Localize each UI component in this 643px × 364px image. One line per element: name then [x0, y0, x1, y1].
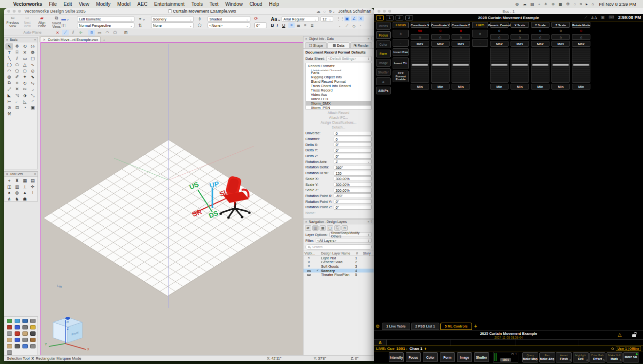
projection-icon[interactable]: ◫ — [61, 23, 66, 28]
home-button[interactable]: ⌂ — [472, 30, 488, 37]
tool-frame[interactable]: ▣ — [29, 105, 37, 111]
encoder-slider[interactable] — [431, 48, 450, 83]
nav-mode-icon-1[interactable]: ◫ — [312, 225, 319, 231]
tool-lighting-instrument[interactable]: ⌖ — [5, 178, 13, 184]
visibility-cell[interactable]: ✕ — [303, 264, 314, 268]
close-icon[interactable]: ✕ — [6, 172, 8, 176]
align-left-button[interactable]: ≡ — [288, 22, 295, 28]
encoder-min-button[interactable]: Min — [511, 84, 529, 90]
menu-cloud[interactable]: Cloud — [246, 1, 265, 7]
tool-ruler[interactable] — [7, 344, 12, 348]
monitor-button-1[interactable]: 1 — [386, 15, 394, 20]
search-icon[interactable]: ◌ — [323, 9, 326, 14]
encoder-max-button[interactable]: Max — [490, 41, 509, 47]
tool-zoom[interactable]: ◎ — [29, 43, 37, 50]
softkey-offset[interactable]: Color PathOffset5 — [589, 352, 605, 363]
palette-menu-icon[interactable]: ≡ ? — [368, 37, 372, 40]
encoder-home-button[interactable]: ⌂ — [531, 34, 549, 40]
oip-button-detach---[interactable]: Detach... — [303, 125, 374, 129]
record-item[interactable]: Video LED — [306, 97, 371, 101]
tool-join[interactable]: ⌐ — [13, 98, 21, 105]
mode-axis-icon[interactable]: ⌱ — [77, 30, 84, 36]
mode-poly-lasso-icon[interactable]: ⬠ — [112, 30, 118, 36]
menu-help[interactable]: Help — [265, 1, 283, 7]
category-form[interactable]: Form — [376, 50, 391, 57]
record-item[interactable]: Video Acc — [306, 92, 371, 97]
record-item[interactable]: Rigging Object Info — [306, 75, 371, 79]
tool-curtain[interactable]: ♞ — [13, 196, 21, 202]
field-input[interactable]: 300.00% — [334, 182, 372, 187]
tool-fence[interactable] — [15, 344, 20, 348]
tool-rounded-rectangle[interactable]: ▢ — [29, 55, 37, 62]
oip-button-assign-classifications---[interactable]: Assign Classifications... — [303, 120, 374, 125]
tool-stage[interactable]: ☗ — [21, 196, 29, 202]
field-select[interactable]: Z⌄ — [334, 159, 372, 164]
encoder-label[interactable]: X Scale — [511, 22, 529, 28]
key-focus[interactable]: Focus — [406, 352, 421, 362]
menubar-status-icon-4[interactable]: ✳ — [542, 2, 549, 6]
vw-user-area[interactable]: ☁◌⚙⌄Joshua Schulman — [317, 9, 371, 14]
projection-select[interactable]: Normal Perspective⌄ — [77, 22, 134, 28]
snapshot-icon[interactable]: ▣ — [601, 15, 605, 20]
tool-callout[interactable]: ⌸ — [13, 50, 21, 56]
command-line[interactable]: LIVE: Cue 1001 : Chan 1 ♦ User 1 | Offli… — [374, 346, 643, 351]
active-check-cell[interactable]: ✓ — [314, 269, 321, 273]
add-tab-icon[interactable]: + — [474, 324, 477, 329]
tool-fillet[interactable]: ◞ — [29, 86, 37, 92]
encoder-slider-thumb[interactable] — [552, 64, 569, 66]
encoder-slider-thumb[interactable] — [511, 64, 528, 66]
layer-select[interactable]: None⌄ — [151, 22, 194, 28]
encoder-max-button[interactable]: Max — [531, 41, 549, 47]
tool-stand[interactable]: ⊥ — [21, 184, 29, 190]
close-icon[interactable]: ✕ — [305, 220, 307, 223]
visibility-cell[interactable]: ✕ — [303, 260, 314, 264]
field-input[interactable]: 0" — [334, 199, 372, 204]
tool-clip-surface[interactable]: ⊘ — [5, 105, 13, 111]
tool-pan[interactable]: ✥ — [13, 43, 21, 50]
tool-selection[interactable]: ⬉ — [5, 43, 13, 50]
cube-left-label[interactable]: Left — [57, 284, 62, 289]
encoder-min-button[interactable]: Min — [431, 84, 450, 90]
menubar-status-icon-10[interactable]: ▸ — [584, 2, 590, 6]
tool-plug[interactable] — [7, 338, 12, 342]
nav-mode-icon-4[interactable]: ⎘ — [334, 225, 340, 231]
menu-view[interactable]: View — [76, 1, 93, 7]
encoder-max-button[interactable]: Max — [452, 41, 470, 47]
layer-options-select[interactable]: Show/Snap/Modify Others⇕ — [329, 232, 372, 237]
tool-protractor[interactable]: ◔ — [21, 105, 29, 111]
tool-seating[interactable]: ▲ — [21, 190, 29, 196]
tool-house[interactable] — [7, 325, 12, 329]
menu-edit[interactable]: Edit — [60, 1, 76, 7]
encoder-label[interactable]: Y Scale — [531, 22, 549, 28]
encoder-slider-thumb[interactable] — [532, 64, 548, 66]
layer-row[interactable]: ✓Scenery4 — [303, 269, 374, 273]
field-input[interactable]: 300.00% — [334, 188, 372, 193]
snap-angle-button[interactable]: ∠ — [351, 16, 357, 21]
record-item[interactable]: Xform_PSN — [306, 106, 371, 109]
warning-triangle-icon[interactable]: △ — [618, 332, 622, 337]
tool-select-similar[interactable]: ⬊ — [29, 74, 37, 80]
basic-palette-header[interactable]: ✕Basic≡ — [4, 37, 38, 42]
tool-ladder[interactable]: ◫ — [5, 184, 13, 190]
tab-shape[interactable]: ❐Shape — [305, 42, 327, 48]
encoder-label[interactable]: Z Scale — [551, 22, 570, 28]
tool-toolbox[interactable] — [15, 331, 20, 336]
tool-text[interactable]: T — [5, 50, 13, 56]
oip-button-attach-ifc---[interactable]: Attach IFC... — [303, 115, 374, 120]
encoder-home-button[interactable]: ⌂ — [411, 34, 429, 40]
tool-scale[interactable]: ⤢ — [5, 86, 13, 92]
monitor-button-3[interactable]: 2 — [405, 15, 413, 20]
encoder-label[interactable]: Coordinate Z — [452, 22, 470, 28]
encoder-home-button[interactable]: ⌂ — [551, 34, 570, 40]
encoder-slider[interactable] — [411, 48, 429, 83]
align-center-button[interactable]: ☰ — [295, 22, 302, 28]
encoder-max-button[interactable]: Max — [572, 41, 590, 47]
tool-globe-2[interactable] — [7, 350, 12, 355]
tab-5-ml-controls[interactable]: 5 ML Controls — [440, 323, 472, 330]
align-plane-button[interactable]: ▰Align Plane — [36, 16, 48, 28]
font-select[interactable]: Arial Regular⌄ — [282, 16, 319, 22]
button-xyz-format-enable[interactable]: XYZ Format Enable — [393, 71, 409, 82]
category-allnps[interactable]: AllNPs — [376, 87, 391, 94]
minus-button[interactable]: - — [472, 39, 488, 47]
oip-header[interactable]: ✕Object Info - Data≡ ? — [303, 36, 374, 41]
